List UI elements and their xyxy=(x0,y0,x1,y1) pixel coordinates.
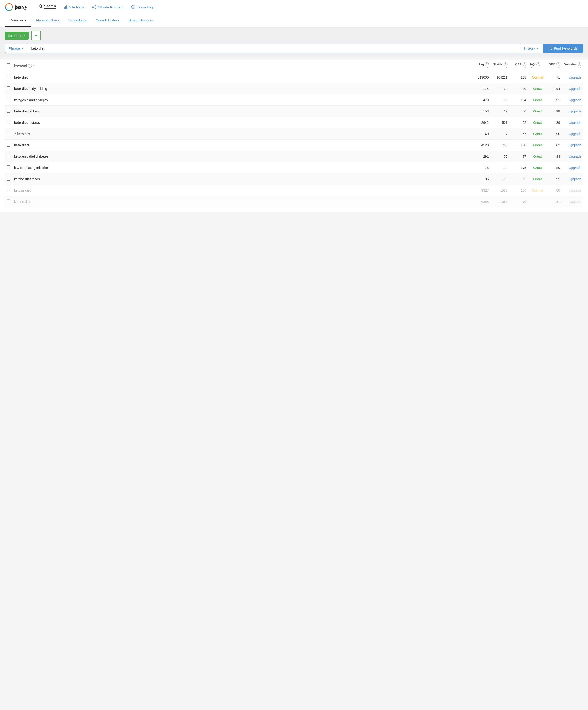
row-domains[interactable]: Upgrade xyxy=(562,185,583,196)
table-row: keto diet fat loss 153 27 50 Great 98 Up… xyxy=(5,106,583,117)
row-keyword: keto diet bodybuilding xyxy=(12,83,472,94)
search-bar: Phrase ▼ History ▼ Find Keywords xyxy=(5,44,583,53)
domains-sort-icon[interactable]: ▼ xyxy=(564,66,582,69)
find-keywords-button[interactable]: Find Keywords xyxy=(543,44,583,53)
row-domains[interactable]: Upgrade xyxy=(562,162,583,173)
keyword-help-icon[interactable]: ? xyxy=(28,64,32,68)
row-checkbox[interactable] xyxy=(6,154,10,158)
table-row: ketogenic diet epilepsy 478 82 134 Great… xyxy=(5,94,583,106)
tab-alphabet-soup[interactable]: Alphabet Soup xyxy=(31,14,64,27)
row-checkbox[interactable] xyxy=(6,165,10,169)
svg-line-15 xyxy=(551,49,552,50)
traffic-sort-icon[interactable]: ▼ xyxy=(492,66,508,69)
kqi-help-icon[interactable]: ? xyxy=(537,62,540,66)
nav-search[interactable]: Search xyxy=(39,4,56,10)
tab-keywords[interactable]: Keywords xyxy=(5,14,31,27)
table-row: ketosis diet 9327 1586 106 Normal 80 Upg… xyxy=(5,185,583,196)
row-checkbox[interactable] xyxy=(6,86,10,90)
row-checkbox-cell xyxy=(5,151,12,162)
traffic-help-icon[interactable]: ? xyxy=(504,62,508,66)
phrase-dropdown[interactable]: Phrase ▼ xyxy=(5,44,28,53)
row-checkbox[interactable] xyxy=(6,109,10,113)
select-all-checkbox[interactable] xyxy=(6,63,10,67)
row-traffic: 104211 xyxy=(491,72,510,83)
search-input[interactable] xyxy=(28,44,520,53)
row-domains[interactable]: Upgrade xyxy=(562,72,583,83)
svg-line-11 xyxy=(93,7,95,8)
nav-site-rank[interactable]: Site Rank xyxy=(64,5,84,9)
logo: J jaaxy xyxy=(5,3,27,11)
row-checkbox[interactable] xyxy=(6,199,10,203)
row-avg: 4523 xyxy=(472,140,491,151)
find-search-icon xyxy=(548,47,552,50)
row-qsr: 175 xyxy=(510,162,528,173)
row-domains[interactable]: Upgrade xyxy=(562,106,583,117)
seo-sort-icon[interactable]: ▼ xyxy=(549,66,560,69)
row-checkbox[interactable] xyxy=(6,120,10,124)
keyword-sort-icon[interactable]: ▼ xyxy=(33,64,35,67)
kqi-sort-icon[interactable]: ▼ xyxy=(530,66,545,69)
row-avg: 291 xyxy=(472,151,491,162)
th-keyword: Keyword ? ▼ xyxy=(12,60,472,72)
row-checkbox[interactable] xyxy=(6,132,10,135)
row-avg: 478 xyxy=(472,94,491,106)
svg-line-3 xyxy=(41,7,42,8)
row-checkbox[interactable] xyxy=(6,188,10,192)
row-kqi xyxy=(528,196,547,207)
history-dropdown[interactable]: History ▼ xyxy=(520,44,543,53)
row-kqi: Great xyxy=(528,151,547,162)
row-checkbox[interactable] xyxy=(6,98,10,101)
history-chevron-icon: ▼ xyxy=(537,47,539,50)
row-seo: 94 xyxy=(547,83,562,94)
header: J jaaxy Search Site Rank Affiliate Progr… xyxy=(0,0,588,14)
table-row: keto diets 4523 769 100 Great 82 Upgrade xyxy=(5,140,583,151)
qsr-sort-icon[interactable]: ▼ xyxy=(511,66,526,69)
row-checkbox[interactable] xyxy=(6,75,10,79)
row-checkbox-cell xyxy=(5,106,12,117)
results-table-container: Keyword ? ▼ Avg ? ▼ Traffic ? xyxy=(0,60,588,212)
row-domains[interactable]: Upgrade xyxy=(562,173,583,185)
row-qsr: 76 xyxy=(510,196,528,207)
row-qsr: 168 xyxy=(510,72,528,83)
add-tag-button[interactable]: + xyxy=(31,30,41,41)
nav-affiliate[interactable]: Affiliate Program xyxy=(92,5,124,9)
keto-diet-tag[interactable]: keto diet × xyxy=(5,31,29,40)
svg-text:J: J xyxy=(6,5,9,10)
row-domains[interactable]: Upgrade xyxy=(562,151,583,162)
row-seo: 98 xyxy=(547,106,562,117)
seo-help-icon[interactable]: ? xyxy=(556,62,560,66)
domains-help-icon[interactable]: ? xyxy=(578,62,582,66)
row-domains[interactable]: Upgrade xyxy=(562,117,583,128)
avg-help-icon[interactable]: ? xyxy=(485,62,489,66)
svg-rect-5 xyxy=(65,6,66,9)
row-domains[interactable]: Upgrade xyxy=(562,128,583,140)
row-keyword: low carb ketogenic diet xyxy=(12,162,472,173)
row-avg: 75 xyxy=(472,162,491,173)
nav-help[interactable]: Jaaxy Help xyxy=(131,5,154,9)
row-seo: 95 xyxy=(547,173,562,185)
row-domains[interactable]: Upgrade xyxy=(562,140,583,151)
tab-saved-lists[interactable]: Saved Lists xyxy=(64,14,91,27)
row-checkbox[interactable] xyxy=(6,177,10,181)
nav-search-label: Search xyxy=(44,4,56,9)
row-domains[interactable]: Upgrade xyxy=(562,196,583,207)
row-keyword: 7 keto diet xyxy=(12,128,472,140)
row-checkbox-cell xyxy=(5,196,12,207)
row-domains[interactable]: Upgrade xyxy=(562,83,583,94)
tab-search-analysis[interactable]: Search Analysis xyxy=(124,14,158,27)
row-qsr: 63 xyxy=(510,173,528,185)
tag-close-button[interactable]: × xyxy=(23,33,25,38)
row-keyword: ketogenic diet epilepsy xyxy=(12,94,472,106)
row-seo: 81 xyxy=(547,196,562,207)
th-avg: Avg ? ▼ xyxy=(472,60,491,72)
th-kqi: KQI ? ▼ xyxy=(528,60,547,72)
row-kqi: Great xyxy=(528,173,547,185)
avg-sort-icon[interactable]: ▼ xyxy=(474,66,489,69)
row-domains[interactable]: Upgrade xyxy=(562,94,583,106)
tab-search-history[interactable]: Search History xyxy=(91,14,124,27)
tabs: Keywords Alphabet Soup Saved Lists Searc… xyxy=(0,14,588,27)
row-checkbox[interactable] xyxy=(6,143,10,147)
share-icon xyxy=(92,5,96,9)
row-keyword: ketone diet xyxy=(12,196,472,207)
qsr-help-icon[interactable]: ? xyxy=(523,62,526,66)
